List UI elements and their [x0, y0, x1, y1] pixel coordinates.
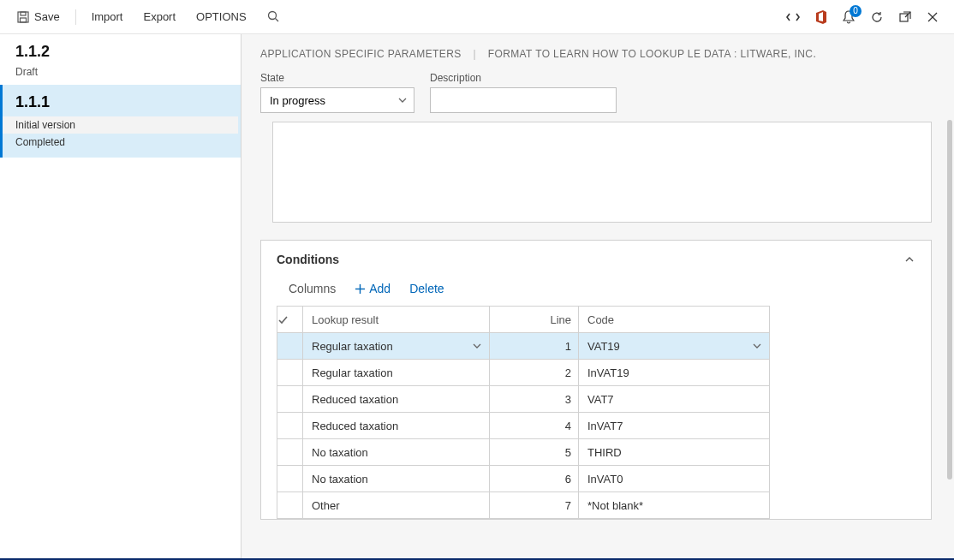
lookup-cell[interactable]: Reduced taxation	[303, 413, 490, 439]
line-cell[interactable]: 5	[490, 439, 579, 466]
delete-button[interactable]: Delete	[409, 282, 444, 295]
chevron-down-icon	[752, 341, 762, 351]
grid-header-lookup[interactable]: Lookup result	[303, 307, 490, 333]
svg-rect-5	[900, 14, 908, 21]
sidebar-item-draft[interactable]: 1.1.2 Draft	[0, 34, 241, 85]
export-label: Export	[143, 10, 176, 23]
sidebar: 1.1.2 Draft 1.1.1 Initial version Comple…	[0, 34, 241, 560]
lookup-cell[interactable]: Regular taxation	[303, 360, 490, 386]
save-label: Save	[34, 10, 60, 23]
options-button[interactable]: OPTIONS	[188, 7, 255, 27]
row-check-cell[interactable]	[277, 386, 303, 413]
line-cell[interactable]: 4	[490, 413, 579, 439]
description-input[interactable]	[430, 87, 617, 113]
lookup-cell[interactable]: Reduced taxation	[303, 386, 490, 413]
code-cell[interactable]: THIRD	[579, 439, 770, 466]
chevron-down-icon	[472, 341, 482, 351]
grid-header-row: Lookup result Line Code	[277, 307, 770, 333]
form-row: State Description	[260, 72, 935, 113]
code-cell[interactable]: VAT19	[579, 333, 770, 360]
table-row[interactable]: Other7*Not blank*	[277, 492, 770, 519]
import-button[interactable]: Import	[83, 7, 132, 27]
conditions-panel: Conditions Columns Add Delete	[260, 240, 932, 520]
export-button[interactable]: Export	[134, 7, 184, 27]
save-icon	[17, 11, 29, 23]
save-button[interactable]: Save	[9, 7, 69, 27]
breadcrumb-part: FORMAT TO LEARN HOW TO LOOKUP LE DATA : …	[488, 48, 817, 60]
table-row[interactable]: Regular taxation2InVAT19	[277, 360, 770, 386]
code-cell[interactable]: *Not blank*	[579, 492, 770, 519]
conditions-toolbar: Columns Add Delete	[261, 278, 931, 306]
row-check-cell[interactable]	[277, 466, 303, 492]
code-cell[interactable]: VAT7	[579, 386, 770, 413]
conditions-title: Conditions	[277, 253, 339, 266]
popout-icon[interactable]	[899, 11, 911, 23]
columns-button[interactable]: Columns	[289, 282, 336, 295]
line-cell[interactable]: 7	[490, 492, 579, 519]
svg-rect-1	[21, 12, 26, 15]
table-row[interactable]: No taxation6InVAT0	[277, 466, 770, 492]
row-check-cell[interactable]	[277, 413, 303, 439]
options-label: OPTIONS	[196, 10, 247, 23]
state-select[interactable]	[260, 87, 414, 113]
row-check-cell[interactable]	[277, 439, 303, 466]
sidebar-item-completed[interactable]: 1.1.1 Initial version Completed	[0, 85, 241, 158]
svg-rect-2	[21, 18, 27, 22]
search-icon	[267, 10, 280, 23]
line-cell[interactable]: 6	[490, 466, 579, 492]
import-label: Import	[92, 10, 123, 23]
lookup-cell[interactable]: No taxation	[303, 439, 490, 466]
main-area: 1.1.2 Draft 1.1.1 Initial version Comple…	[0, 34, 954, 560]
conditions-header[interactable]: Conditions	[261, 241, 931, 278]
link-icon[interactable]	[786, 12, 800, 22]
notification-badge: 0	[850, 5, 862, 17]
top-toolbar: Save Import Export OPTIONS 0	[0, 0, 954, 34]
table-row[interactable]: Regular taxation1VAT19	[277, 333, 770, 360]
version-status: Completed	[15, 134, 225, 151]
code-cell[interactable]: InVAT7	[579, 413, 770, 439]
code-cell[interactable]: InVAT0	[579, 466, 770, 492]
row-check-cell[interactable]	[277, 492, 303, 519]
content-box	[272, 122, 932, 223]
breadcrumb-sep: |	[473, 48, 476, 60]
table-row[interactable]: Reduced taxation3VAT7	[277, 386, 770, 413]
breadcrumb: APPLICATION SPECIFIC PARAMETERS | FORMAT…	[260, 48, 935, 60]
add-button[interactable]: Add	[355, 282, 391, 295]
content-pane: APPLICATION SPECIFIC PARAMETERS | FORMAT…	[241, 34, 954, 560]
toolbar-separator	[75, 9, 76, 25]
table-row[interactable]: Reduced taxation4InVAT7	[277, 413, 770, 439]
lookup-cell[interactable]: Regular taxation	[303, 333, 490, 360]
plus-icon	[355, 283, 366, 295]
code-cell[interactable]: InVAT19	[579, 360, 770, 386]
office-icon[interactable]	[815, 10, 827, 24]
table-row[interactable]: No taxation5THIRD	[277, 439, 770, 466]
grid-header-code[interactable]: Code	[579, 307, 770, 333]
row-check-cell[interactable]	[277, 360, 303, 386]
line-cell[interactable]: 3	[490, 386, 579, 413]
lookup-cell[interactable]: Other	[303, 492, 490, 519]
svg-line-4	[275, 19, 278, 22]
refresh-icon[interactable]	[870, 10, 884, 24]
chevron-up-icon	[903, 253, 915, 265]
grid-header-line[interactable]: Line	[490, 307, 579, 333]
version-label: 1.1.1	[15, 93, 225, 111]
notification-icon[interactable]: 0	[843, 10, 855, 24]
lookup-cell[interactable]: No taxation	[303, 466, 490, 492]
line-cell[interactable]: 2	[490, 360, 579, 386]
add-label: Add	[369, 282, 391, 295]
description-field: Description	[430, 72, 617, 113]
close-icon[interactable]	[927, 11, 939, 23]
grid-header-check[interactable]	[277, 307, 303, 333]
conditions-grid: Lookup result Line Code Regular taxation…	[277, 306, 770, 519]
svg-point-3	[268, 12, 276, 20]
breadcrumb-part: APPLICATION SPECIFIC PARAMETERS	[260, 48, 462, 60]
version-desc: Initial version	[3, 116, 238, 134]
search-button[interactable]	[259, 7, 289, 27]
line-cell[interactable]: 1	[490, 333, 579, 360]
state-field: State	[260, 72, 414, 113]
row-check-cell[interactable]	[277, 333, 303, 360]
description-label: Description	[430, 72, 617, 84]
version-status: Draft	[15, 66, 225, 78]
state-label: State	[260, 72, 414, 84]
version-label: 1.1.2	[15, 43, 225, 61]
